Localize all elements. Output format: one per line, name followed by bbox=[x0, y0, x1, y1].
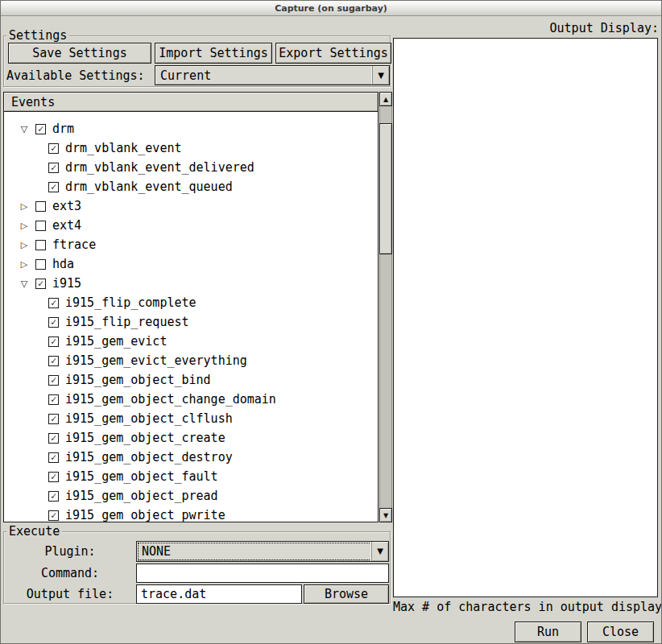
tree-row-i915_gem_evict[interactable]: ✓i915_gem_evict bbox=[4, 332, 378, 351]
tree-item-label: i915_gem_object_create bbox=[65, 431, 225, 445]
checkbox-checked[interactable]: ✓ bbox=[35, 279, 46, 289]
expander-collapsed-icon[interactable]: ▷ bbox=[19, 259, 30, 270]
import-settings-button[interactable]: Import Settings bbox=[155, 43, 272, 64]
tree-item-label: i915_flip_request bbox=[65, 315, 189, 329]
dropdown-arrow-icon: ▼ bbox=[377, 547, 383, 555]
save-settings-button[interactable]: Save Settings bbox=[8, 43, 151, 64]
tree-row-i915_gem_object_bind[interactable]: ✓i915_gem_object_bind bbox=[4, 370, 378, 390]
expander-collapsed-icon[interactable]: ▷ bbox=[19, 221, 30, 231]
checkbox-checked[interactable]: ✓ bbox=[48, 356, 59, 366]
checkbox-checked[interactable]: ✓ bbox=[48, 452, 59, 463]
tree-row-hda[interactable]: ▷hda bbox=[4, 254, 378, 274]
tree-row-i915_gem_object_clflush[interactable]: ✓i915_gem_object_clflush bbox=[4, 409, 378, 428]
capture-window: Capture (on sugarbay) Settings Save Sett… bbox=[0, 0, 662, 644]
tree-item-label: i915_gem_object_fault bbox=[65, 469, 218, 484]
expander-collapsed-icon[interactable]: ▷ bbox=[19, 201, 30, 212]
tree-row-i915_gem_object_fault[interactable]: ✓i915_gem_object_fault bbox=[4, 467, 378, 486]
tree-row-i915_gem_evict_everything[interactable]: ✓i915_gem_evict_everything bbox=[4, 351, 378, 370]
checkbox-checked[interactable]: ✓ bbox=[48, 414, 59, 424]
tree-item-label: i915_gem_object_pread bbox=[65, 489, 218, 503]
tree-row-i915_gem_object_create[interactable]: ✓i915_gem_object_create bbox=[4, 428, 378, 448]
output-file-label: Output file: bbox=[4, 587, 136, 601]
output-file-input[interactable] bbox=[136, 584, 302, 604]
action-button-row: Run Close bbox=[393, 621, 654, 642]
checkbox-checked[interactable]: ✓ bbox=[48, 472, 59, 482]
scroll-down-button[interactable]: ▼ bbox=[379, 508, 392, 522]
checkbox-checked[interactable]: ✓ bbox=[48, 182, 59, 192]
events-tree: ▽✓drm✓drm_vblank_event✓drm_vblank_event_… bbox=[4, 112, 378, 522]
settings-button-row: Save Settings Import Settings Export Set… bbox=[8, 43, 391, 64]
tree-row-i915_gem_object_pwrite[interactable]: ✓i915_gem_object_pwrite bbox=[4, 506, 378, 522]
checkbox-checked[interactable]: ✓ bbox=[48, 298, 59, 308]
tree-item-label: ext4 bbox=[52, 218, 81, 233]
export-settings-button[interactable]: Export Settings bbox=[275, 43, 391, 64]
tree-item-label: i915_flip_complete bbox=[65, 295, 197, 310]
checkbox-unchecked[interactable] bbox=[35, 240, 46, 250]
checkbox-checked[interactable]: ✓ bbox=[48, 375, 59, 386]
checkbox-checked[interactable]: ✓ bbox=[35, 124, 46, 134]
run-button[interactable]: Run bbox=[515, 621, 581, 642]
available-settings-combo[interactable]: Current ▼ bbox=[155, 65, 390, 85]
scrollbar-trough[interactable] bbox=[379, 106, 392, 508]
max-chars-label: Max # of characters in output display bbox=[393, 600, 661, 614]
tree-row-i915_flip_request[interactable]: ✓i915_flip_request bbox=[4, 312, 378, 332]
tree-row-ext4[interactable]: ▷ext4 bbox=[4, 216, 378, 235]
checkbox-checked[interactable]: ✓ bbox=[48, 394, 59, 405]
tree-item-label: i915_gem_object_destroy bbox=[65, 450, 233, 464]
plugin-combo[interactable]: NONE ▼ bbox=[136, 541, 389, 562]
scroll-up-button[interactable]: ▲ bbox=[379, 92, 392, 106]
expander-expanded-icon[interactable]: ▽ bbox=[19, 279, 30, 289]
execute-frame-label: Execute bbox=[6, 524, 62, 539]
events-header-label: Events bbox=[11, 95, 55, 109]
tree-row-drm[interactable]: ▽✓drm bbox=[4, 119, 378, 138]
dropdown-arrow-icon: ▼ bbox=[378, 72, 384, 80]
tree-row-ext3[interactable]: ▷ext3 bbox=[4, 196, 378, 216]
checkbox-checked[interactable]: ✓ bbox=[48, 336, 59, 347]
checkbox-checked[interactable]: ✓ bbox=[48, 433, 59, 444]
tree-row-i915_gem_object_pread[interactable]: ✓i915_gem_object_pread bbox=[4, 486, 378, 506]
checkbox-checked[interactable]: ✓ bbox=[48, 163, 59, 173]
tree-item-label: i915_gem_object_clflush bbox=[65, 411, 233, 426]
checkbox-checked[interactable]: ✓ bbox=[48, 510, 59, 521]
checkbox-checked[interactable]: ✓ bbox=[48, 143, 59, 154]
tree-row-i915_gem_object_change_domain[interactable]: ✓i915_gem_object_change_domain bbox=[4, 390, 378, 409]
events-column-header[interactable]: Events bbox=[4, 93, 378, 112]
tree-item-label: ftrace bbox=[52, 237, 96, 252]
checkbox-checked[interactable]: ✓ bbox=[48, 317, 59, 328]
output-display[interactable] bbox=[393, 38, 658, 597]
combo-arrow-box[interactable]: ▼ bbox=[372, 66, 389, 85]
titlebar[interactable]: Capture (on sugarbay) bbox=[1, 1, 661, 16]
window-title: Capture (on sugarbay) bbox=[275, 3, 387, 14]
checkbox-unchecked[interactable] bbox=[35, 259, 46, 270]
checkbox-checked[interactable]: ✓ bbox=[48, 491, 59, 502]
tree-item-label: drm_vblank_event_delivered bbox=[65, 160, 254, 175]
left-panel: Settings Save Settings Import Settings E… bbox=[1, 16, 393, 644]
close-button[interactable]: Close bbox=[587, 621, 654, 642]
tree-item-label: hda bbox=[52, 257, 74, 271]
tree-row-drm_vblank_event_delivered[interactable]: ✓drm_vblank_event_delivered bbox=[4, 158, 378, 177]
tree-row-drm_vblank_event[interactable]: ✓drm_vblank_event bbox=[4, 138, 378, 158]
tree-row-i915_flip_complete[interactable]: ✓i915_flip_complete bbox=[4, 293, 378, 312]
expander-collapsed-icon[interactable]: ▷ bbox=[19, 240, 30, 250]
checkbox-unchecked[interactable] bbox=[35, 201, 46, 212]
events-section: Events ▽✓drm✓drm_vblank_event✓drm_vblank… bbox=[3, 92, 393, 522]
scrollbar-thumb[interactable] bbox=[379, 123, 392, 254]
window-content: Settings Save Settings Import Settings E… bbox=[1, 16, 661, 644]
tree-item-label: i915 bbox=[52, 276, 81, 291]
command-input[interactable] bbox=[136, 564, 389, 583]
combo-arrow-box[interactable]: ▼ bbox=[371, 542, 388, 561]
checkbox-unchecked[interactable] bbox=[35, 221, 46, 231]
scroll-down-icon: ▼ bbox=[383, 512, 388, 519]
events-panel: Events ▽✓drm✓drm_vblank_event✓drm_vblank… bbox=[3, 92, 379, 522]
events-scrollbar[interactable]: ▲ ▼ bbox=[379, 92, 392, 522]
browse-button[interactable]: Browse bbox=[304, 584, 389, 604]
available-settings-label: Available Settings: bbox=[6, 68, 145, 83]
tree-row-drm_vblank_event_queued[interactable]: ✓drm_vblank_event_queued bbox=[4, 177, 378, 196]
tree-row-i915_gem_object_destroy[interactable]: ✓i915_gem_object_destroy bbox=[4, 448, 378, 467]
expander-expanded-icon[interactable]: ▽ bbox=[19, 124, 30, 134]
tree-row-i915[interactable]: ▽✓i915 bbox=[4, 274, 378, 293]
tree-row-ftrace[interactable]: ▷ftrace bbox=[4, 235, 378, 254]
tree-item-label: ext3 bbox=[52, 199, 81, 213]
right-panel: Output Display: Max # of characters in o… bbox=[393, 16, 661, 644]
available-settings-value: Current bbox=[155, 66, 372, 85]
